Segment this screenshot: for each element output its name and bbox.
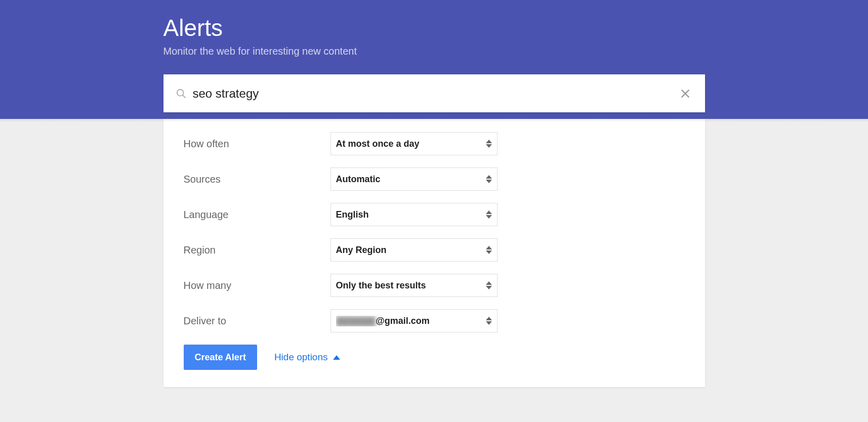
svg-marker-13 xyxy=(486,286,492,289)
row-sources: Sources Automatic xyxy=(184,167,685,191)
label-language: Language xyxy=(184,209,330,221)
label-sources: Sources xyxy=(184,174,330,185)
search-input[interactable] xyxy=(193,87,678,101)
svg-marker-11 xyxy=(486,250,492,254)
select-value: At most once a day xyxy=(336,139,486,149)
header: Alerts Monitor the web for interesting n… xyxy=(0,0,868,119)
select-value: English xyxy=(336,209,486,220)
chevron-up-icon xyxy=(333,355,340,360)
select-language[interactable]: English xyxy=(330,203,498,226)
sort-icon xyxy=(486,175,492,183)
select-value: Any Region xyxy=(336,245,486,256)
hide-options-label: Hide options xyxy=(274,352,328,363)
svg-marker-10 xyxy=(486,246,492,249)
select-value: Automatic xyxy=(336,174,486,185)
options-panel: How often At most once a day Sources Aut… xyxy=(163,119,705,387)
hide-options-link[interactable]: Hide options xyxy=(274,352,340,363)
label-how-often: How often xyxy=(184,138,330,150)
email-domain: @gmail.com xyxy=(376,316,430,326)
search-icon xyxy=(176,88,187,99)
create-alert-button[interactable]: Create Alert xyxy=(184,345,257,370)
select-value: ▓▓▓▓▓▓@gmail.com xyxy=(336,316,486,326)
svg-marker-16 xyxy=(333,355,340,360)
label-region: Region xyxy=(184,244,330,256)
page-title: Alerts xyxy=(163,14,705,41)
label-deliver-to: Deliver to xyxy=(184,315,330,327)
svg-marker-5 xyxy=(486,144,492,148)
select-value: Only the best results xyxy=(336,280,486,291)
row-how-often: How often At most once a day xyxy=(184,132,685,155)
sort-icon xyxy=(486,210,492,219)
svg-marker-9 xyxy=(486,215,492,219)
svg-marker-14 xyxy=(486,317,492,320)
select-how-many[interactable]: Only the best results xyxy=(330,274,498,297)
select-region[interactable]: Any Region xyxy=(330,238,498,262)
select-sources[interactable]: Automatic xyxy=(330,167,498,191)
row-how-many: How many Only the best results xyxy=(184,274,685,297)
svg-marker-12 xyxy=(486,281,492,285)
page-subtitle: Monitor the web for interesting new cont… xyxy=(163,46,705,57)
sort-icon xyxy=(486,317,492,325)
svg-line-1 xyxy=(183,95,185,98)
clear-icon[interactable] xyxy=(678,86,693,101)
divider-shadow xyxy=(0,119,868,122)
select-deliver-to[interactable]: ▓▓▓▓▓▓@gmail.com xyxy=(330,309,498,332)
svg-marker-8 xyxy=(486,210,492,214)
row-language: Language English xyxy=(184,203,685,226)
svg-marker-6 xyxy=(486,175,492,179)
search-box xyxy=(163,74,705,112)
sort-icon xyxy=(486,281,492,289)
select-how-often[interactable]: At most once a day xyxy=(330,132,498,155)
row-region: Region Any Region xyxy=(184,238,685,262)
row-deliver-to: Deliver to ▓▓▓▓▓▓@gmail.com xyxy=(184,309,685,332)
sort-icon xyxy=(486,246,492,254)
actions-row: Create Alert Hide options xyxy=(184,345,685,370)
sort-icon xyxy=(486,140,492,148)
svg-marker-7 xyxy=(486,180,492,183)
svg-point-0 xyxy=(177,89,183,96)
svg-marker-4 xyxy=(486,140,492,143)
svg-marker-15 xyxy=(486,321,492,325)
redacted-email-user: ▓▓▓▓▓▓ xyxy=(336,316,376,326)
label-how-many: How many xyxy=(184,280,330,291)
